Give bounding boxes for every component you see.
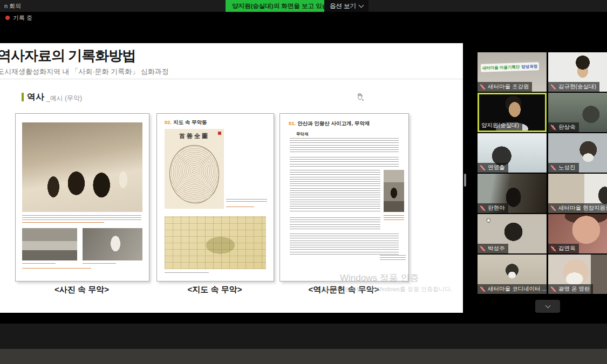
windows-activation-watermark: Windows 정품 인증 [340, 272, 419, 284]
participant-nametag: 한상숙 [548, 122, 579, 132]
mic-muted-icon [480, 205, 486, 211]
document-panel-maps: 02.지도 속 무악동 首善全圖 [156, 113, 274, 281]
historic-photo-road [22, 228, 77, 260]
participant-nametag: 양지원(숭실대) [479, 121, 522, 131]
paragraph-placeholder [290, 157, 399, 168]
shared-screen-slide: 역사자료의 기록화방법 도시재생활성화지역 내 「사회·문화 기록화」 심화과정… [0, 43, 463, 313]
participant-tile[interactable]: 박성주 [478, 214, 547, 253]
mic-muted-icon [480, 84, 486, 90]
panel-subheading: 무악재 [296, 132, 309, 137]
participant-nametag: 김규현(숭실대) [548, 82, 599, 92]
paragraph-placeholder [290, 233, 399, 255]
caption-source-placeholder [226, 207, 254, 209]
participant-tile-active-speaker[interactable]: 양지원(숭실대) [478, 93, 547, 132]
divider [0, 79, 463, 79]
chevron-down-icon [545, 303, 550, 308]
zoom-meeting-window: n 회의 양지원(숭실대)의 화면을 보고 있습니다. 옵션 보기 기록 중 역… [0, 0, 607, 364]
caption-placeholder [22, 215, 141, 220]
village-banner: 새터마을 마을기록단양성과정 [481, 62, 539, 72]
caption-placeholder [83, 263, 116, 265]
panel1-caption: <사진 속 무악> [15, 285, 148, 295]
mic-muted-icon [550, 165, 556, 171]
mic-muted-icon [480, 165, 486, 171]
mic-muted-icon [480, 286, 486, 292]
participant-nametag: 노성진 [548, 163, 579, 173]
participant-tile[interactable]: 광명 온 영란 [548, 255, 607, 294]
scrollbar-thumb[interactable] [464, 174, 466, 187]
caption-placeholder [226, 199, 267, 203]
panel-heading: 안산과 인왕산 사이고개, 무악재 [297, 120, 370, 126]
document-panel-photos [15, 113, 149, 281]
photo-caption-placeholder [384, 215, 404, 220]
mic-muted-icon [550, 84, 556, 90]
paragraph-placeholder [290, 138, 399, 153]
participant-nametag: 새터마을 조강원 [478, 82, 532, 92]
panel-number: 01. [289, 120, 296, 126]
chevron-down-icon [359, 3, 364, 8]
participant-tile[interactable]: 김연옥 [548, 214, 607, 253]
panel2-caption: <지도 속 무악> [156, 285, 273, 295]
participant-tile[interactable]: 새터마을 마을기록단양성과정 새터마을 조강원 [478, 52, 547, 92]
recording-dot-icon [5, 16, 10, 20]
participant-nametag: 새터마을 코디네이터 … [478, 284, 547, 294]
participant-nametag: 광명 온 영란 [548, 284, 593, 294]
participant-tile[interactable]: 한상숙 [548, 93, 607, 132]
section-suffix: _예시 (무악) [46, 94, 82, 103]
historic-photo-traveler [83, 228, 142, 260]
more-participants-button[interactable] [535, 300, 560, 313]
mic-muted-icon [550, 246, 556, 252]
panel-heading: 지도 속 무악동 [173, 119, 207, 125]
old-map-suseonjeondo: 首善全圖 [165, 129, 224, 209]
view-options-button[interactable]: 옵션 보기 [324, 0, 369, 12]
recording-status: 기록 중 [13, 14, 32, 22]
mic-muted-icon [550, 205, 556, 211]
participant-nametag: 연영출 [478, 163, 508, 173]
section-title: 역사 [27, 92, 44, 103]
title-bar: n 회의 양지원(숭실대)의 화면을 보고 있습니다. 옵션 보기 [0, 0, 607, 12]
participant-nametag: 새터마을 현장지원센 [548, 203, 607, 213]
participant-nametag: 박성주 [478, 244, 508, 253]
mic-muted-icon [550, 125, 556, 131]
participant-tile[interactable]: 노성진 [548, 133, 607, 173]
window-title: n 회의 [4, 2, 21, 10]
old-map-fragment [165, 216, 266, 269]
caption-placeholder [165, 272, 209, 274]
caption-placeholder [22, 263, 56, 265]
participant-tile[interactable]: 연영출 [478, 133, 547, 173]
mic-muted-icon [480, 246, 486, 252]
document-panel-text: 01.안산과 인왕산 사이고개, 무악재 무악재 [279, 113, 409, 281]
participant-nametag: 김연옥 [548, 244, 579, 253]
historic-photo-horses [22, 122, 142, 212]
participant-tile[interactable]: 김규현(숭실대) [548, 52, 607, 92]
map-title: 首善全圖 [165, 132, 224, 140]
participant-tile[interactable]: 새터마을 코디네이터 … [478, 255, 547, 294]
slide-subtitle: 도시재생활성화지역 내 「사회·문화 기록화」 심화과정 [0, 67, 169, 77]
windows-activation-watermark-line2: [설정]으로 이동하여 Windows를 정품 인증합니다. [322, 285, 452, 293]
caption-source-placeholder [22, 268, 91, 270]
caption-placeholder [380, 255, 406, 262]
windows-taskbar: 7 Ps 31°C 맑음 [0, 349, 607, 364]
paragraph-placeholder [290, 170, 380, 213]
section-accent-bar [22, 93, 24, 101]
participant-tile[interactable]: 새터마을 현장지원센 [548, 174, 607, 213]
hand-cursor-icon [356, 93, 364, 104]
map-drawing [169, 145, 219, 203]
mic-muted-icon [550, 286, 556, 292]
participant-tile[interactable]: 한현아 [478, 174, 547, 213]
participant-nametag: 한현아 [478, 203, 508, 213]
paragraph-placeholder [290, 217, 380, 229]
slide-title: 역사자료의 기록화방법 [0, 46, 135, 65]
historic-photo-pass [384, 170, 404, 212]
caption-source-placeholder [22, 222, 104, 224]
panel-number: 02. [165, 119, 172, 125]
zoom-toolbar: 해제 비디오 중지 17 참가자 1 채팅 화면 공유 기록 반응 [0, 324, 607, 349]
